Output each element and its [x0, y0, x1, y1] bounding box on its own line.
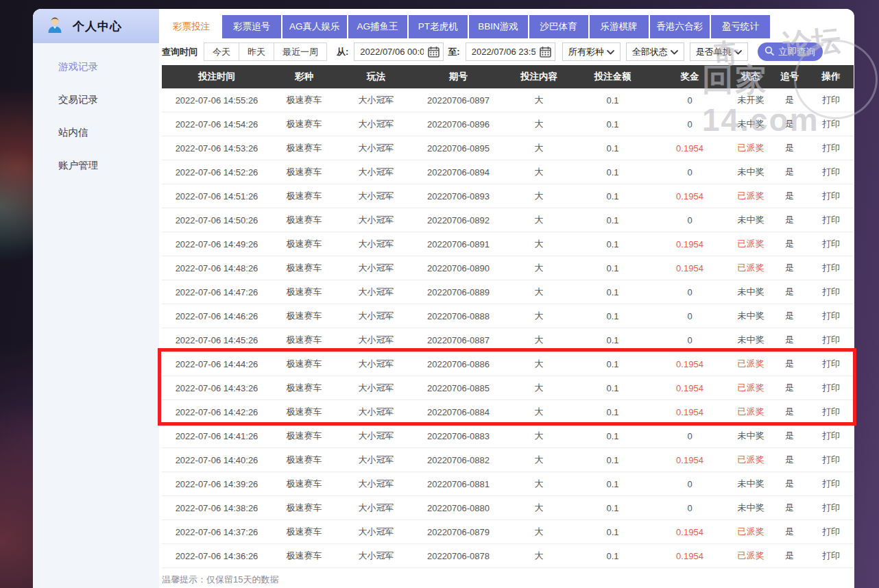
- tab-9[interactable]: 盈亏统计: [711, 15, 770, 38]
- tab-8[interactable]: 香港六合彩: [650, 15, 710, 38]
- calendar-icon[interactable]: [428, 46, 440, 58]
- print-link[interactable]: 打印: [808, 406, 854, 418]
- cell: 大小冠军: [337, 382, 416, 394]
- range-button-0[interactable]: 今天: [204, 42, 239, 61]
- cell: 0.1: [577, 311, 649, 321]
- cell: 0.1: [577, 503, 649, 513]
- cell: 极速赛车: [272, 334, 337, 346]
- table-row: 2022-07-06 14:55:26极速赛车大小冠军20220706-0897…: [162, 88, 854, 112]
- print-link[interactable]: 打印: [808, 526, 854, 538]
- cell: 0: [649, 95, 731, 106]
- print-link[interactable]: 打印: [808, 454, 854, 466]
- table-row: 2022-07-06 14:48:26极速赛车大小冠军20220706-0890…: [162, 256, 854, 280]
- cell: 2022-07-06 14:52:26: [162, 167, 272, 177]
- tab-3[interactable]: AG捕鱼王: [348, 15, 407, 38]
- sidebar-title: 个人中心: [73, 19, 122, 34]
- cell: 0.1: [577, 287, 649, 297]
- filter-select-0[interactable]: 所有彩种: [562, 42, 621, 61]
- print-link[interactable]: 打印: [808, 94, 854, 106]
- print-link[interactable]: 打印: [808, 238, 854, 250]
- cell: 已派奖: [731, 358, 771, 370]
- print-link[interactable]: 打印: [808, 358, 854, 370]
- cell: 大小冠军: [337, 166, 416, 178]
- filter-bar: 查询时间 今天昨天最近一周 从:: [162, 38, 854, 65]
- tab-1[interactable]: 彩票追号: [222, 15, 281, 38]
- table-row: 2022-07-06 14:41:26极速赛车大小冠军20220706-0883…: [162, 424, 854, 448]
- table-body: 2022-07-06 14:55:26极速赛车大小冠军20220706-0897…: [162, 88, 854, 568]
- print-link[interactable]: 打印: [808, 166, 854, 178]
- print-link[interactable]: 打印: [808, 214, 854, 226]
- cell: 2022-07-06 14:50:26: [162, 215, 272, 225]
- select-value: 是否单挑: [696, 46, 732, 58]
- cell: 大小冠军: [337, 550, 416, 562]
- sidebar-item-0[interactable]: 游戏记录: [33, 50, 159, 83]
- cell: 未中奖: [731, 334, 771, 346]
- cell: 大小冠军: [337, 454, 416, 466]
- print-link[interactable]: 打印: [808, 550, 854, 562]
- cell: 极速赛车: [272, 118, 337, 130]
- print-link[interactable]: 打印: [808, 142, 854, 154]
- tab-4[interactable]: PT老虎机: [409, 15, 468, 38]
- cell: 极速赛车: [272, 550, 337, 562]
- cell: 已派奖: [731, 382, 771, 394]
- cell: 极速赛车: [272, 454, 337, 466]
- tab-2[interactable]: AG真人娱乐: [282, 15, 347, 38]
- print-link[interactable]: 打印: [808, 190, 854, 202]
- calendar-icon[interactable]: [540, 46, 551, 58]
- sidebar-item-3[interactable]: 账户管理: [33, 149, 159, 182]
- bet-records-table: 投注时间彩种玩法期号投注内容投注金额奖金状态追号操作 2022-07-06 14…: [162, 65, 854, 568]
- print-link[interactable]: 打印: [808, 262, 854, 274]
- print-link[interactable]: 打印: [808, 334, 854, 346]
- cell: 20220706-0892: [416, 215, 501, 225]
- table-row: 2022-07-06 14:42:26极速赛车大小冠军20220706-0884…: [162, 400, 854, 424]
- cell: 0.1: [577, 167, 649, 177]
- retention-note: 温馨提示：仅保留15天的数据: [162, 574, 854, 586]
- cell: 大: [501, 406, 577, 418]
- filter-select-2[interactable]: 是否单挑: [690, 42, 748, 61]
- cell: 未中奖: [731, 430, 771, 442]
- print-link[interactable]: 打印: [808, 502, 854, 514]
- cell: 0.1954: [649, 263, 731, 273]
- print-link[interactable]: 打印: [808, 118, 854, 130]
- sidebar-item-1[interactable]: 交易记录: [33, 83, 159, 116]
- filter-select-1[interactable]: 全部状态: [626, 42, 684, 61]
- select-value: 所有彩种: [568, 46, 604, 58]
- tab-7[interactable]: 乐游棋牌: [590, 15, 649, 38]
- tab-0[interactable]: 彩票投注: [162, 15, 221, 38]
- print-link[interactable]: 打印: [808, 382, 854, 394]
- personal-center-card: 个人中心 游戏记录交易记录站内信账户管理 彩票投注彩票追号AG真人娱乐AG捕鱼王…: [33, 9, 854, 588]
- table-row: 2022-07-06 14:46:26极速赛车大小冠军20220706-0888…: [162, 304, 854, 328]
- range-button-2[interactable]: 最近一周: [274, 42, 327, 61]
- sidebar-item-2[interactable]: 站内信: [33, 116, 159, 149]
- print-link[interactable]: 打印: [808, 310, 854, 322]
- print-link[interactable]: 打印: [808, 430, 854, 442]
- cell: 是: [771, 166, 808, 178]
- cell: 0.1954: [649, 191, 731, 201]
- cell: 20220706-0883: [416, 431, 501, 441]
- cell: 2022-07-06 14:42:26: [162, 407, 272, 417]
- range-button-1[interactable]: 昨天: [239, 42, 274, 61]
- cell: 大小冠军: [337, 502, 416, 514]
- cell: 是: [771, 214, 808, 226]
- table-row: 2022-07-06 14:53:26极速赛车大小冠军20220706-0895…: [162, 136, 854, 160]
- cell: 大: [501, 94, 577, 106]
- cell: 已派奖: [731, 526, 771, 538]
- cell: 20220706-0881: [416, 479, 501, 489]
- tab-5[interactable]: BBIN游戏: [469, 15, 528, 38]
- cell: 未中奖: [731, 166, 771, 178]
- cell: 是: [771, 118, 808, 130]
- cell: 是: [771, 286, 808, 298]
- tab-6[interactable]: 沙巴体育: [529, 15, 588, 38]
- print-link[interactable]: 打印: [808, 286, 854, 298]
- cell: 大小冠军: [337, 262, 416, 274]
- cell: 0: [649, 215, 731, 225]
- cell: 2022-07-06 14:45:26: [162, 335, 272, 345]
- table-row: 2022-07-06 14:54:26极速赛车大小冠军20220706-0896…: [162, 112, 854, 136]
- cell: 2022-07-06 14:48:26: [162, 263, 272, 273]
- cell: 大小冠军: [337, 142, 416, 154]
- search-button[interactable]: 立即查询: [758, 42, 823, 61]
- print-link[interactable]: 打印: [808, 478, 854, 490]
- cell: 0.1954: [649, 527, 731, 537]
- table-row: 2022-07-06 14:47:26极速赛车大小冠军20220706-0889…: [162, 280, 854, 304]
- cell: 已派奖: [731, 550, 771, 562]
